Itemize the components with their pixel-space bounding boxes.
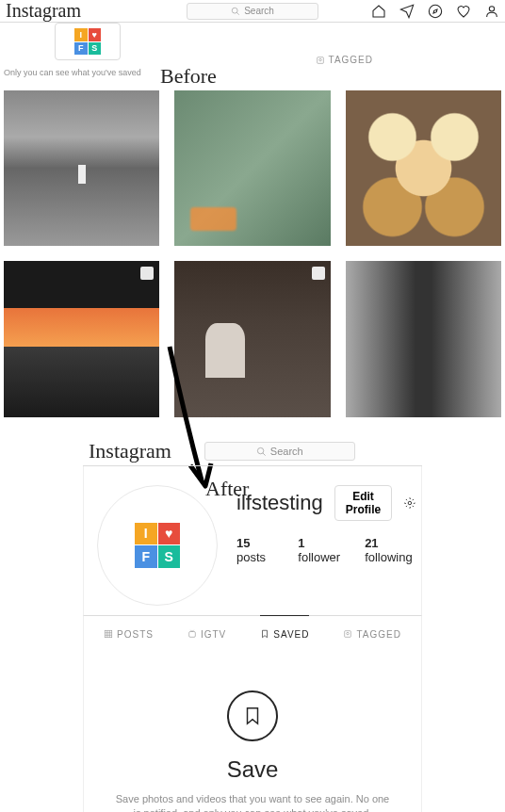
before-label: Before xyxy=(160,64,217,89)
grid-item[interactable] xyxy=(346,90,501,246)
profile-tabs: POSTS IGTV SAVED TAGGED xyxy=(83,615,422,653)
saved-grid xyxy=(0,87,505,421)
saved-collection-all[interactable]: I ♥ F S xyxy=(55,23,121,60)
svg-rect-4 xyxy=(317,57,323,63)
svg-point-5 xyxy=(318,58,321,61)
search-icon xyxy=(231,7,240,16)
direct-icon[interactable] xyxy=(399,4,415,19)
empty-save-icon-circle xyxy=(227,690,278,741)
grid-icon xyxy=(104,629,113,639)
search-placeholder: Search xyxy=(244,6,274,16)
svg-point-16 xyxy=(347,632,350,635)
carousel-icon xyxy=(312,267,325,280)
svg-line-1 xyxy=(236,12,239,15)
profile-info: ilfstesting Edit Profile 15 posts 1 foll… xyxy=(236,485,416,564)
brand-logo[interactable]: Instagram xyxy=(89,439,171,463)
bookmark-icon xyxy=(242,706,263,726)
tab-saved[interactable]: SAVED xyxy=(260,615,309,653)
top-nav-after: Instagram Search xyxy=(83,438,422,466)
avatar-logo-small: I ♥ F S xyxy=(74,28,101,55)
search-icon xyxy=(256,447,267,457)
username: ilfstesting xyxy=(236,491,323,515)
bookmark-icon xyxy=(260,629,269,639)
search-placeholder: Search xyxy=(270,446,303,457)
settings-icon[interactable] xyxy=(403,494,416,512)
search-input[interactable]: Search xyxy=(204,442,355,461)
grid-item[interactable] xyxy=(174,261,330,416)
empty-saved-state: Save Save photos and videos that you wan… xyxy=(83,653,422,812)
after-label: After xyxy=(205,477,249,501)
grid-item[interactable] xyxy=(4,90,159,246)
tab-tagged-top[interactable]: TAGGED xyxy=(316,55,373,65)
svg-line-7 xyxy=(263,453,266,456)
tab-posts[interactable]: POSTS xyxy=(104,615,154,653)
svg-point-2 xyxy=(429,5,441,17)
profile-avatar[interactable]: I ♥ F S xyxy=(97,485,218,606)
svg-point-8 xyxy=(408,501,411,504)
empty-title: Save xyxy=(103,756,402,783)
brand-logo[interactable]: Instagram xyxy=(6,0,81,22)
profile-stats: 15 posts 1 follower 21 following xyxy=(236,536,416,564)
grid-item[interactable] xyxy=(174,90,330,246)
tab-igtv[interactable]: IGTV xyxy=(187,615,226,653)
nav-icons xyxy=(371,4,499,19)
empty-description: Save photos and videos that you want to … xyxy=(111,792,394,812)
svg-point-6 xyxy=(257,447,263,453)
carousel-icon xyxy=(140,267,154,280)
after-panel: Instagram Search I ♥ F S ilfstesting Edi… xyxy=(83,438,422,812)
tagged-icon xyxy=(343,629,352,639)
top-nav: Instagram Search xyxy=(0,0,505,23)
svg-rect-9 xyxy=(105,630,112,638)
saved-privacy-notice: Only you can see what you've saved xyxy=(0,60,505,81)
followers-stat[interactable]: 1 follower xyxy=(298,536,340,564)
explore-icon[interactable] xyxy=(428,4,443,19)
grid-item[interactable] xyxy=(4,261,159,416)
posts-stat: 15 posts xyxy=(236,536,273,564)
svg-point-3 xyxy=(489,6,494,10)
edit-profile-button[interactable]: Edit Profile xyxy=(334,485,393,521)
heart-icon[interactable] xyxy=(456,4,471,19)
igtv-icon xyxy=(187,629,197,639)
home-icon[interactable] xyxy=(371,4,386,19)
profile-header: I ♥ F S ilfstesting Edit Profile 15 post… xyxy=(83,466,422,615)
search-input[interactable]: Search xyxy=(187,3,318,20)
tab-tagged[interactable]: TAGGED xyxy=(343,615,400,653)
svg-rect-15 xyxy=(345,631,351,638)
tagged-icon xyxy=(316,56,325,65)
svg-rect-14 xyxy=(189,632,196,638)
grid-item[interactable] xyxy=(346,261,501,416)
avatar-logo: I ♥ F S xyxy=(135,523,180,568)
following-stat[interactable]: 21 following xyxy=(365,536,416,564)
profile-icon[interactable] xyxy=(484,4,499,19)
svg-point-0 xyxy=(232,8,237,13)
